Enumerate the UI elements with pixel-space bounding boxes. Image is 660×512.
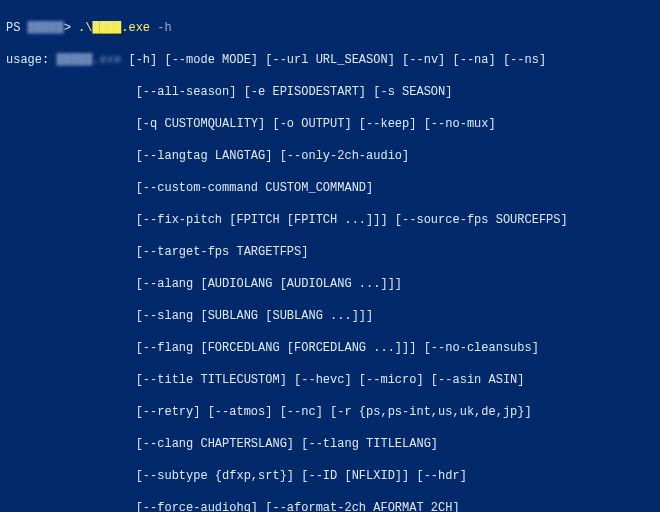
usage-seg-1: [--all-season] [-e EPISODESTART] [-s SEA…: [136, 85, 453, 99]
prompt-line: PS █████> .\████.exe -h: [6, 20, 654, 36]
usage-line-9: [--flang [FORCEDLANG [FORCEDLANG ...]]] …: [6, 340, 654, 356]
usage-line-8: [--slang [SUBLANG [SUBLANG ...]]]: [6, 308, 654, 324]
usage-line-12: [--clang CHAPTERSLANG] [--tlang TITLELAN…: [6, 436, 654, 452]
usage-seg-3: [--langtag LANGTAG] [--only-2ch-audio]: [136, 149, 410, 163]
usage-line-3: [--langtag LANGTAG] [--only-2ch-audio]: [6, 148, 654, 164]
usage-line-10: [--title TITLECUSTOM] [--hevc] [--micro]…: [6, 372, 654, 388]
usage-seg-7: [--alang [AUDIOLANG [AUDIOLANG ...]]]: [136, 277, 402, 291]
usage-line-5: [--fix-pitch [FPITCH [FPITCH ...]]] [--s…: [6, 212, 654, 228]
prompt-path: █████: [28, 21, 64, 35]
usage-line-2: [-q CUSTOMQUALITY] [-o OUTPUT] [--keep] …: [6, 116, 654, 132]
usage-prog: █████.exe: [56, 53, 121, 67]
usage-line-14: [--force-audiohq] [--aformat-2ch AFORMAT…: [6, 500, 654, 512]
usage-seg-8: [--slang [SUBLANG [SUBLANG ...]]]: [136, 309, 374, 323]
usage-seg-11: [--retry] [--atmos] [--nc] [-r {ps,ps-in…: [136, 405, 532, 419]
usage-line-4: [--custom-command CUSTOM_COMMAND]: [6, 180, 654, 196]
prompt-caret: >: [64, 21, 78, 35]
usage-line-7: [--alang [AUDIOLANG [AUDIOLANG ...]]]: [6, 276, 654, 292]
usage-seg-9: [--flang [FORCEDLANG [FORCEDLANG ...]]] …: [136, 341, 539, 355]
usage-word: usage:: [6, 53, 56, 67]
usage-seg-5: [--fix-pitch [FPITCH [FPITCH ...]]] [--s…: [136, 213, 568, 227]
usage-line-11: [--retry] [--atmos] [--nc] [-r {ps,ps-in…: [6, 404, 654, 420]
usage-line-13: [--subtype {dfxp,srt}] [--ID [NFLXID]] […: [6, 468, 654, 484]
usage-line-0: usage: █████.exe [-h] [--mode MODE] [--u…: [6, 52, 654, 68]
terminal-output: PS █████> .\████.exe -h usage: █████.exe…: [0, 0, 660, 512]
usage-seg-14: [--force-audiohq] [--aformat-2ch AFORMAT…: [136, 501, 460, 512]
usage-seg-12: [--clang CHAPTERSLANG] [--tlang TITLELAN…: [136, 437, 438, 451]
usage-seg-0: [-h] [--mode MODE] [--url URL_SEASON] [-…: [121, 53, 546, 67]
prompt-prefix: PS: [6, 21, 28, 35]
usage-seg-4: [--custom-command CUSTOM_COMMAND]: [136, 181, 374, 195]
usage-line-1: [--all-season] [-e EPISODESTART] [-s SEA…: [6, 84, 654, 100]
prompt-flag: -h: [150, 21, 172, 35]
usage-seg-6: [--target-fps TARGETFPS]: [136, 245, 309, 259]
usage-seg-2: [-q CUSTOMQUALITY] [-o OUTPUT] [--keep] …: [136, 117, 496, 131]
usage-seg-13: [--subtype {dfxp,srt}] [--ID [NFLXID]] […: [136, 469, 467, 483]
prompt-command: .\████.exe: [78, 21, 150, 35]
usage-line-6: [--target-fps TARGETFPS]: [6, 244, 654, 260]
usage-seg-10: [--title TITLECUSTOM] [--hevc] [--micro]…: [136, 373, 525, 387]
